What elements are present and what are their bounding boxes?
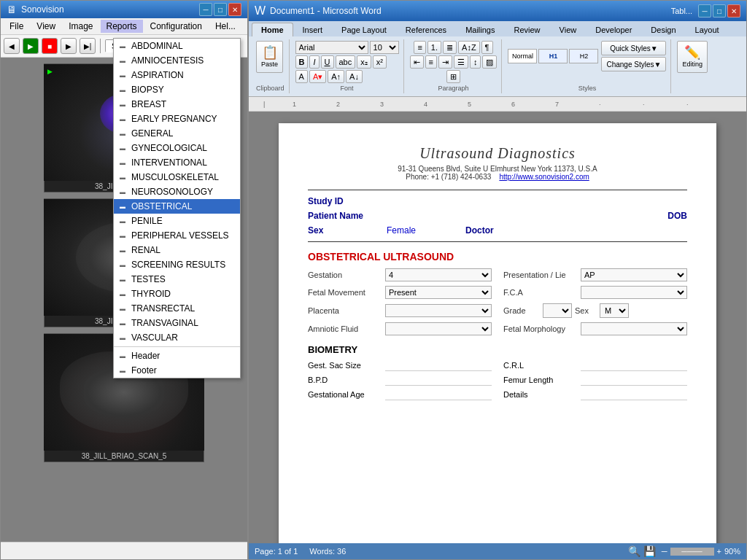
menu-header[interactable]: Header	[114, 349, 240, 363]
close-button[interactable]: ✕	[228, 3, 241, 16]
tab-developer[interactable]: Developer	[586, 23, 641, 36]
style-heading1[interactable]: H1	[538, 49, 568, 63]
clear-format-button[interactable]: A	[295, 70, 308, 83]
menu-musculoskeletal[interactable]: MUSCULOSKELETAL	[114, 170, 240, 184]
editing-button[interactable]: ✏️ Editing	[677, 41, 708, 73]
sort-button[interactable]: A↕Z	[458, 41, 480, 54]
crl-input[interactable]	[581, 359, 687, 371]
word-icon: W	[255, 4, 266, 18]
menu-help[interactable]: Hel...	[209, 20, 241, 33]
align-left[interactable]: ⇤	[410, 55, 424, 69]
justify[interactable]: ☰	[454, 55, 468, 69]
menu-early-pregnancy[interactable]: EARLY PREGNANCY	[114, 112, 240, 126]
borders[interactable]: ⊞	[446, 70, 460, 83]
menu-neurosonology[interactable]: NEUROSONOLOGY	[114, 184, 240, 199]
femur-input[interactable]	[581, 374, 687, 386]
zoom-out-btn[interactable]: ─	[662, 547, 667, 556]
underline-button[interactable]: U	[321, 55, 334, 69]
menu-configuration[interactable]: Configuration	[144, 20, 208, 33]
align-right[interactable]: ⇥	[438, 55, 452, 69]
menu-general[interactable]: GENERAL	[114, 126, 240, 141]
tab-home[interactable]: Home	[252, 23, 293, 36]
menu-breast[interactable]: BREAST	[114, 97, 240, 112]
bpd-input[interactable]	[385, 374, 492, 386]
back-button[interactable]: ◀	[4, 38, 20, 54]
menu-aspiration[interactable]: ASPIRATION	[114, 68, 240, 82]
style-normal[interactable]: Normal	[508, 49, 537, 63]
word-minimize-btn[interactable]: ─	[698, 4, 711, 18]
fetal-morph-select[interactable]	[581, 322, 687, 335]
font-size-grow[interactable]: A↑	[328, 70, 344, 83]
gest-age-input[interactable]	[385, 389, 492, 400]
font-color-button[interactable]: A▾	[309, 70, 326, 83]
bold-button[interactable]: B	[295, 55, 309, 69]
paste-button[interactable]: 📋 Paste	[256, 41, 283, 73]
maximize-button[interactable]: □	[214, 3, 227, 16]
tab-review[interactable]: Review	[504, 23, 549, 36]
menu-testes[interactable]: TESTES	[114, 272, 240, 287]
tab-view[interactable]: View	[550, 23, 587, 36]
shading[interactable]: ▨	[482, 55, 497, 69]
menu-abdominal[interactable]: ABDOMINAL	[114, 39, 240, 53]
menu-thyroid[interactable]: THYROID	[114, 287, 240, 301]
bullets-button[interactable]: ≡	[414, 41, 425, 54]
change-styles-button[interactable]: Change Styles▼	[601, 57, 666, 71]
menu-obstetrical[interactable]: OBSTETRICAL	[114, 199, 240, 214]
line-spacing[interactable]: ↕	[470, 55, 481, 69]
tab-references[interactable]: References	[396, 23, 456, 36]
menu-penile[interactable]: PENILE	[114, 214, 240, 228]
font-size-shrink[interactable]: A↓	[346, 70, 363, 83]
fca-select[interactable]	[581, 286, 687, 299]
menu-peripheral-vessels[interactable]: PERIPHERAL VESSELS	[114, 228, 240, 243]
tab-layout[interactable]: Layout	[686, 23, 729, 36]
menu-vascular[interactable]: VASCULAR	[114, 330, 240, 345]
presentation-select[interactable]: AP	[581, 268, 687, 281]
strikethrough-button[interactable]: abc	[336, 55, 356, 69]
fetal-movement-select[interactable]: Present	[385, 286, 492, 299]
zoom-in-btn[interactable]: +	[717, 547, 721, 556]
subscript-button[interactable]: x₂	[357, 55, 371, 69]
next-button[interactable]: ▶|	[80, 38, 96, 54]
menu-renal[interactable]: RENAL	[114, 243, 240, 257]
gestation-select[interactable]: 4	[385, 268, 492, 281]
sex-select[interactable]: M	[600, 303, 629, 318]
gest-sac-input[interactable]	[385, 359, 492, 371]
font-size-select[interactable]: 10	[370, 41, 399, 54]
forward-button[interactable]: ▶	[61, 38, 77, 54]
menu-transrectal[interactable]: TRANSRECTAL	[114, 301, 240, 316]
font-name-select[interactable]: Arial	[295, 41, 368, 54]
menu-view[interactable]: View	[31, 20, 61, 33]
placenta-select[interactable]	[385, 304, 492, 317]
menu-screening-results[interactable]: SCREENING RESULTS	[114, 257, 240, 272]
word-maximize-btn[interactable]: □	[713, 4, 726, 18]
amniotic-select[interactable]	[385, 322, 492, 335]
play-button[interactable]: ▶	[23, 38, 39, 54]
tab-design[interactable]: Design	[641, 23, 685, 36]
menu-amniocentesis[interactable]: AMNIOCENTESIS	[114, 53, 240, 68]
menu-reports[interactable]: Reports	[101, 20, 143, 33]
numbering-button[interactable]: 1.	[427, 41, 441, 54]
menu-gynecological[interactable]: GYNECOLOGICAL	[114, 141, 240, 155]
tab-page-layout[interactable]: Page Layout	[332, 23, 396, 36]
menu-biopsy[interactable]: BIOPSY	[114, 82, 240, 97]
minimize-button[interactable]: ─	[199, 3, 212, 16]
align-center[interactable]: ≡	[425, 55, 437, 69]
menu-file[interactable]: File	[4, 20, 29, 33]
menu-image[interactable]: Image	[63, 20, 98, 33]
menu-transvaginal[interactable]: TRANSVAGINAL	[114, 316, 240, 330]
grade-select[interactable]	[543, 303, 572, 318]
menu-interventional[interactable]: INTERVENTIONAL	[114, 155, 240, 170]
outline-button[interactable]: ≣	[443, 41, 457, 54]
style-heading2[interactable]: H2	[569, 49, 598, 63]
tab-mailings[interactable]: Mailings	[456, 23, 504, 36]
italic-button[interactable]: I	[309, 55, 319, 69]
quick-styles-button[interactable]: Quick Styles▼	[601, 41, 666, 55]
show-marks-button[interactable]: ¶	[481, 41, 493, 54]
details-input[interactable]	[581, 389, 687, 400]
stop-button[interactable]: ■	[42, 38, 58, 54]
tab-insert[interactable]: Insert	[293, 23, 333, 36]
zoom-slider[interactable]: ────	[670, 548, 714, 556]
word-close-btn[interactable]: ✕	[727, 4, 740, 18]
superscript-button[interactable]: x²	[373, 55, 387, 69]
menu-footer[interactable]: Footer	[114, 363, 240, 378]
